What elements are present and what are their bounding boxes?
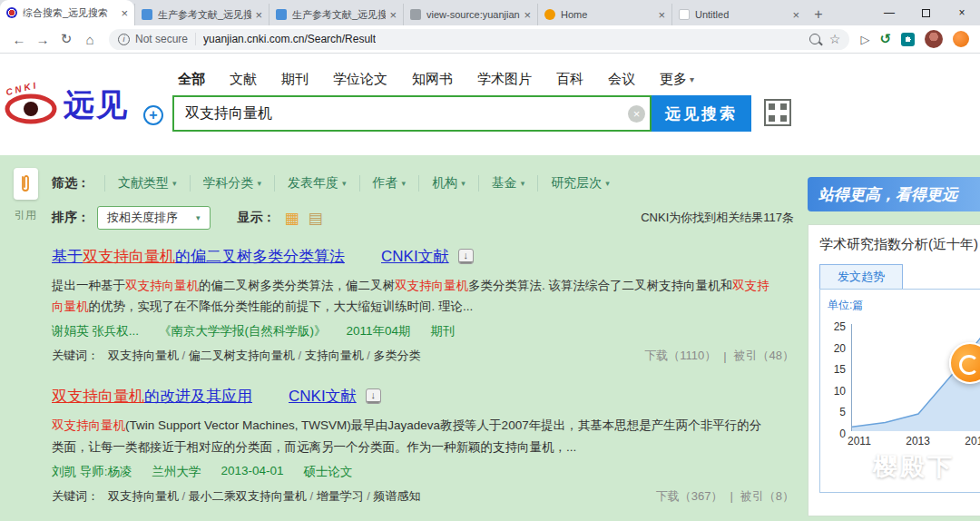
- site-logo[interactable]: CNKI 远见: [4, 84, 129, 126]
- keywords-row: 关键词： 双支持向量机 / 偏二叉树支持向量机 / 支持向量机 / 多类分类 下…: [52, 348, 794, 364]
- tab-close-icon[interactable]: ×: [389, 8, 397, 22]
- result-title-link[interactable]: 基于双支持向量机的偏二叉树多类分类算法: [52, 246, 345, 267]
- axis-tick-label: 2013: [906, 435, 930, 447]
- zoom-icon[interactable]: [809, 34, 820, 44]
- maximize-icon: [922, 9, 930, 17]
- maximize-button[interactable]: [907, 0, 944, 25]
- nav-conference[interactable]: 会议: [608, 71, 635, 88]
- tab-close-icon[interactable]: ×: [792, 8, 799, 22]
- result-title-link[interactable]: 双支持向量机的改进及其应用: [52, 386, 252, 407]
- nav-journal[interactable]: 期刊: [281, 71, 309, 88]
- back-icon[interactable]: ←: [7, 32, 31, 47]
- separator: /: [179, 489, 189, 503]
- nav-literature[interactable]: 文献: [230, 71, 257, 88]
- promo-banner[interactable]: 站得更高，看得更远: [808, 177, 980, 211]
- filter-research-level[interactable]: 研究层次 ▾: [537, 175, 622, 192]
- cite-clip-button[interactable]: [14, 168, 38, 200]
- list-view-icon[interactable]: ▤: [309, 209, 323, 228]
- clear-search-icon[interactable]: ×: [628, 105, 645, 123]
- site-info-icon[interactable]: i: [118, 34, 130, 45]
- filter-author[interactable]: 作者 ▾: [359, 175, 419, 192]
- result-authors[interactable]: 刘凯 导师:杨凌: [52, 464, 132, 480]
- forward-icon[interactable]: →: [31, 32, 54, 47]
- tab-references-2[interactable]: 生产参考文献_远见搜索 ×: [269, 4, 403, 25]
- tab-close-icon[interactable]: ×: [255, 8, 262, 22]
- filter-subject[interactable]: 学科分类 ▾: [190, 175, 275, 192]
- result-source[interactable]: 兰州大学: [152, 464, 201, 480]
- stats-divider: |: [730, 489, 732, 503]
- tab-search-result[interactable]: 综合搜索_远见搜索 ×: [0, 0, 134, 25]
- text-segment: 基于: [52, 248, 83, 265]
- tab-close-icon[interactable]: ×: [658, 8, 665, 22]
- cited-count[interactable]: 被引（8）: [740, 488, 794, 505]
- browser-menu-icon[interactable]: [953, 31, 969, 47]
- search-button[interactable]: 远见搜索: [652, 95, 751, 132]
- site-header: CNKI 远见 + 全部 文献 期刊 学位论文 知网书 学术图片 百科 会议 更…: [0, 54, 980, 155]
- capture-extension-icon[interactable]: [901, 33, 915, 46]
- nav-more[interactable]: 更多 ▾: [660, 71, 694, 88]
- close-window-button[interactable]: ×: [944, 0, 980, 25]
- keyword-item[interactable]: 双支持向量机: [108, 349, 179, 362]
- result-authors[interactable]: 谢娟英 张兵权...: [52, 323, 139, 339]
- tab-home[interactable]: Home ×: [537, 4, 671, 25]
- reload-icon[interactable]: ↻: [54, 31, 78, 47]
- share-extension-icon[interactable]: ▷: [860, 33, 869, 46]
- keyword-item[interactable]: 多类分类: [374, 349, 421, 362]
- add-plus-icon[interactable]: +: [143, 105, 163, 125]
- tab-references-1[interactable]: 生产参考文献_远见搜索 ×: [134, 4, 269, 25]
- grid-view-icon[interactable]: ▦: [285, 209, 299, 228]
- filter-fund[interactable]: 基金 ▾: [478, 175, 538, 192]
- cnki-source-link[interactable]: CNKI文献: [289, 386, 357, 407]
- nav-thesis[interactable]: 学位论文: [333, 71, 387, 88]
- qr-code-icon[interactable]: [764, 99, 791, 126]
- address-bar[interactable]: i Not secure yuanjian.cnki.com.cn/Search…: [109, 29, 849, 50]
- nav-books[interactable]: 知网书: [412, 71, 453, 88]
- keyword-item[interactable]: 偏二叉树支持向量机: [189, 349, 295, 362]
- filter-doc-type[interactable]: 文献类型 ▾: [104, 175, 190, 192]
- cnki-source-link[interactable]: CNKI文献: [381, 246, 449, 267]
- chevron-down-icon: ▾: [402, 179, 407, 188]
- side-rail: 引用: [5, 168, 45, 223]
- tab-close-icon[interactable]: ×: [524, 8, 531, 22]
- bookmark-star-icon[interactable]: ☆: [829, 32, 841, 46]
- tab-view-source[interactable]: view-source:yuanjian.cnki.com.cn ×: [403, 4, 537, 25]
- result-source[interactable]: 《南京大学学报(自然科学版)》: [159, 323, 327, 339]
- keyword-item[interactable]: 增量学习: [317, 489, 364, 503]
- chart-x-axis: 201120132015: [848, 435, 980, 447]
- watermark-logo-icon: [833, 451, 864, 482]
- home-favicon-icon: [544, 9, 555, 20]
- filter-year[interactable]: 发表年度 ▾: [274, 175, 359, 192]
- keyword-item[interactable]: 双支持向量机: [108, 489, 179, 503]
- tab-title: Untitled: [695, 9, 789, 20]
- url-text[interactable]: yuanjian.cnki.com.cn/Search/Result: [203, 33, 376, 45]
- nav-images[interactable]: 学术图片: [477, 71, 532, 88]
- keywords-label: 关键词：: [52, 348, 99, 364]
- cited-count[interactable]: 被引（48）: [734, 348, 794, 364]
- filter-item-label: 机构: [432, 175, 457, 192]
- chevron-down-icon: ▾: [342, 179, 347, 188]
- home-icon[interactable]: ⌂: [78, 32, 102, 47]
- sort-select[interactable]: 按相关度排序 ▾: [97, 206, 211, 230]
- new-tab-button[interactable]: +: [806, 4, 831, 25]
- search-input[interactable]: [172, 95, 652, 132]
- tab-close-icon[interactable]: ×: [121, 6, 128, 20]
- tab-untitled[interactable]: Untitled ×: [671, 4, 806, 25]
- undo-extension-icon[interactable]: ↺: [879, 31, 891, 47]
- profile-avatar[interactable]: [925, 30, 943, 48]
- download-count[interactable]: 下载（367）: [656, 488, 723, 505]
- minimize-button[interactable]: —: [871, 0, 907, 25]
- keyword-item[interactable]: 频谱感知: [374, 489, 421, 503]
- tab-publication-trend[interactable]: 发文趋势: [819, 264, 903, 289]
- nav-encyclopedia[interactable]: 百科: [556, 71, 583, 88]
- keyword-item[interactable]: 支持向量机: [305, 349, 364, 362]
- security-label[interactable]: Not secure: [135, 33, 188, 45]
- download-icon[interactable]: ↓: [366, 388, 381, 404]
- download-icon[interactable]: ↓: [458, 249, 474, 264]
- result-count: CNKI为你找到相关结果117条: [641, 210, 794, 226]
- download-count[interactable]: 下载（1110）: [644, 348, 716, 364]
- filter-institution[interactable]: 机构 ▾: [418, 175, 478, 192]
- doc-favicon-icon: [142, 9, 152, 20]
- keyword-item[interactable]: 最小二乘双支持向量机: [189, 489, 307, 503]
- nav-all[interactable]: 全部: [178, 71, 205, 88]
- separator: /: [179, 349, 189, 362]
